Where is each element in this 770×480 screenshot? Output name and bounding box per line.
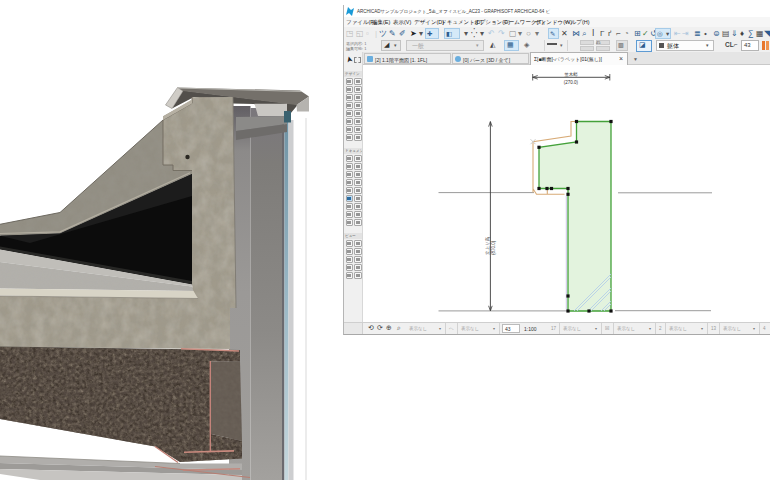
svg-text:(270.0): (270.0) [564, 80, 579, 85]
svg-text:笠木幅: 笠木幅 [564, 71, 578, 77]
svg-text:立上り高: 立上り高 [485, 236, 490, 255]
svg-text:(870.0): (870.0) [491, 240, 496, 255]
